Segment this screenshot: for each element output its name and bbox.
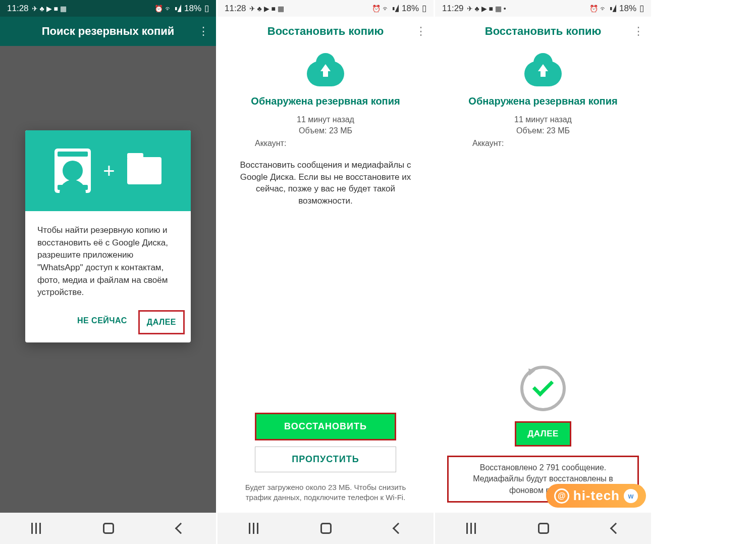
overflow-menu-icon[interactable]: ⋮ xyxy=(633,25,644,38)
app-bar: Восстановить копию ⋮ xyxy=(218,17,434,46)
dialog-message: Чтобы найти резервную копию и восстанови… xyxy=(37,224,179,299)
status-battery: 18% xyxy=(184,4,201,14)
not-now-button[interactable]: НЕ СЕЙЧАС xyxy=(70,310,134,334)
screen-restore-complete: 11:29 ✈ ♣ ▶ ■ ▦ • ⏰ ᯤ ▮◢ 18% ▯ Восстанов… xyxy=(435,0,651,544)
backup-found-title: Обнаружена резервная копия xyxy=(468,95,617,107)
cloud-upload-icon xyxy=(307,61,344,86)
nav-back-button[interactable] xyxy=(175,523,187,534)
status-system-icons: ⏰ ᯤ ▮◢ xyxy=(372,5,399,13)
nav-home-button[interactable] xyxy=(103,523,114,534)
nav-back-button[interactable] xyxy=(393,523,404,534)
battery-icon: ▯ xyxy=(639,3,644,14)
at-icon: @ xyxy=(554,488,569,504)
backup-account: Аккаунт: xyxy=(445,139,504,148)
backup-size: Объем: 23 МБ xyxy=(516,125,570,136)
page-title: Восстановить копию xyxy=(485,25,601,38)
android-nav-bar xyxy=(0,513,216,544)
plus-icon: + xyxy=(103,160,115,182)
contacts-icon xyxy=(55,149,91,193)
page-title: Поиск резервных копий xyxy=(42,25,175,38)
app-bar: Поиск резервных копий ⋮ xyxy=(0,17,216,46)
nav-recent-button[interactable] xyxy=(466,523,476,534)
nav-home-button[interactable] xyxy=(320,523,332,534)
status-notification-icons: ✈ ♣ ▶ ■ ▦ xyxy=(249,5,284,13)
nav-back-button[interactable] xyxy=(610,523,622,534)
next-button[interactable]: ДАЛЕЕ xyxy=(138,310,185,334)
nav-recent-button[interactable] xyxy=(31,523,41,534)
skip-button[interactable]: ПРОПУСТИТЬ xyxy=(255,447,396,472)
overflow-menu-icon[interactable]: ⋮ xyxy=(198,25,209,38)
battery-icon: ▯ xyxy=(204,3,209,14)
watermark-badge: @ hi-tech w xyxy=(546,484,646,508)
backup-found-title: Обнаружена резервная копия xyxy=(251,95,400,107)
upload-arrow-icon xyxy=(538,64,548,71)
data-usage-note: Будет загружено около 23 МБ. Чтобы снизи… xyxy=(238,482,413,503)
backup-size: Объем: 23 МБ xyxy=(299,125,352,136)
next-button[interactable]: ДАЛЕЕ xyxy=(515,421,571,447)
success-icon xyxy=(520,366,566,411)
status-time: 11:28 xyxy=(225,4,246,14)
dialog-illustration: + xyxy=(25,130,191,211)
status-system-icons: ⏰ ᯤ ▮◢ xyxy=(154,5,181,13)
status-time: 11:28 xyxy=(7,4,29,14)
status-system-icons: ⏰ ᯤ ▮◢ xyxy=(589,5,616,13)
app-bar: Восстановить копию ⋮ xyxy=(435,17,651,46)
nav-home-button[interactable] xyxy=(538,523,549,534)
android-nav-bar xyxy=(435,513,651,544)
vk-icon: w xyxy=(624,489,638,503)
android-nav-bar xyxy=(218,513,434,544)
status-notification-icons: ✈ ♣ ▶ ■ ▦ xyxy=(32,5,67,13)
restore-description: Восстановить сообщения и медиафайлы с Go… xyxy=(228,159,423,207)
battery-icon: ▯ xyxy=(422,3,426,14)
screen-backup-search: 11:28 ✈ ♣ ▶ ■ ▦ ⏰ ᯤ ▮◢ 18% ▯ Поиск резер… xyxy=(0,0,216,544)
bottom-actions: ДАЛЕЕ Восстановлено 2 791 сообщение. Мед… xyxy=(435,366,651,503)
backup-time: 11 минут назад xyxy=(514,114,572,125)
status-time: 11:29 xyxy=(442,4,464,14)
backup-account: Аккаунт: xyxy=(228,139,286,148)
permission-dialog: + Чтобы найти резервную копию и восстано… xyxy=(25,130,191,342)
watermark-text: hi-tech xyxy=(573,488,620,504)
status-bar: 11:29 ✈ ♣ ▶ ■ ▦ • ⏰ ᯤ ▮◢ 18% ▯ xyxy=(435,0,651,17)
restore-button[interactable]: ВОССТАНОВИТЬ xyxy=(255,413,396,440)
status-bar: 11:28 ✈ ♣ ▶ ■ ▦ ⏰ ᯤ ▮◢ 18% ▯ xyxy=(0,0,216,17)
upload-arrow-icon xyxy=(320,64,331,71)
status-notification-icons: ✈ ♣ ▶ ■ ▦ • xyxy=(467,5,506,13)
screen-restore-prompt: 11:28 ✈ ♣ ▶ ■ ▦ ⏰ ᯤ ▮◢ 18% ▯ Восстановит… xyxy=(218,0,434,544)
checkmark-icon xyxy=(532,375,554,397)
bottom-actions: ВОССТАНОВИТЬ ПРОПУСТИТЬ Будет загружено … xyxy=(218,413,434,503)
overflow-menu-icon[interactable]: ⋮ xyxy=(415,25,426,38)
nav-recent-button[interactable] xyxy=(249,523,258,534)
status-battery: 18% xyxy=(402,4,419,14)
folder-icon xyxy=(127,157,161,184)
status-battery: 18% xyxy=(619,4,636,14)
cloud-upload-icon xyxy=(524,61,562,86)
status-bar: 11:28 ✈ ♣ ▶ ■ ▦ ⏰ ᯤ ▮◢ 18% ▯ xyxy=(218,0,434,17)
person-icon xyxy=(63,161,83,181)
backup-time: 11 минут назад xyxy=(297,114,354,125)
page-title: Восстановить копию xyxy=(267,25,384,38)
